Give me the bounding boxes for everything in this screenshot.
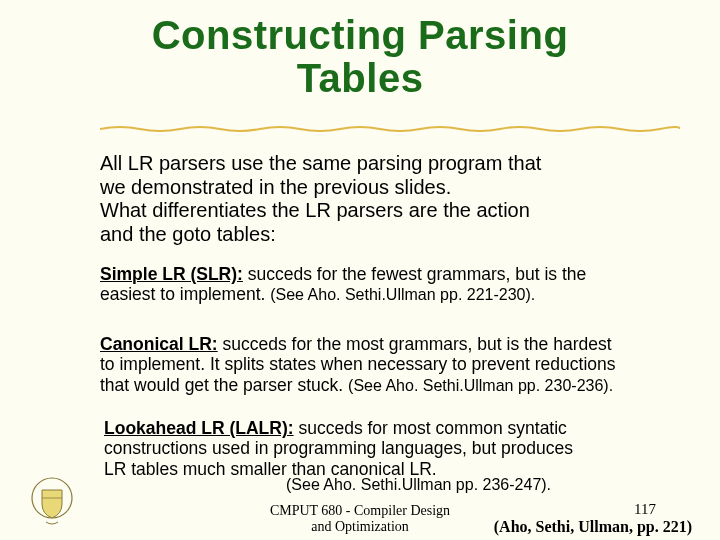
footer-line: CMPUT 680 - Compiler Design — [270, 503, 450, 518]
page-number: 117 — [634, 501, 656, 518]
slr-text: succeds for the fewest grammars, but is … — [243, 264, 586, 284]
lalr-label: Lookahead LR (LALR): — [104, 418, 294, 438]
intro-line: and the goto tables: — [100, 223, 276, 245]
slide-title: Constructing Parsing Tables — [0, 0, 720, 100]
slr-label: Simple LR (SLR): — [100, 264, 243, 284]
canonical-text: that would get the parser stuck. — [100, 375, 348, 395]
citation: (Aho, Sethi, Ullman, pp. 221) — [494, 518, 692, 536]
title-line-1: Constructing Parsing — [152, 13, 569, 57]
slr-reference: (See Aho. Sethi.Ullman pp. 221-230). — [270, 286, 535, 303]
intro-line: What differentiates the LR parsers are t… — [100, 199, 530, 221]
title-underline — [100, 120, 680, 130]
slr-text: easiest to implement. — [100, 284, 270, 304]
canonical-reference: (See Aho. Sethi.Ullman pp. 230-236). — [348, 377, 613, 394]
lalr-paragraph: Lookahead LR (LALR): succeds for most co… — [104, 418, 662, 479]
lalr-reference: (See Aho. Sethi.Ullman pp. 236-247). — [286, 476, 551, 494]
canonical-label: Canonical LR: — [100, 334, 218, 354]
slr-paragraph: Simple LR (SLR): succeds for the fewest … — [100, 264, 662, 305]
lalr-text: succeds for most common syntatic — [294, 418, 567, 438]
canonical-text: succeds for the most grammars, but is th… — [218, 334, 612, 354]
title-line-2: Tables — [297, 56, 424, 100]
canonical-paragraph: Canonical LR: succeds for the most gramm… — [100, 334, 662, 395]
intro-paragraph: All LR parsers use the same parsing prog… — [100, 152, 662, 246]
lalr-text: constructions used in programming langua… — [104, 438, 573, 458]
intro-line: All LR parsers use the same parsing prog… — [100, 152, 541, 174]
intro-line: we demonstrated in the previous slides. — [100, 176, 451, 198]
footer-line: and Optimization — [311, 519, 409, 534]
canonical-text: to implement. It splits states when nece… — [100, 354, 616, 374]
